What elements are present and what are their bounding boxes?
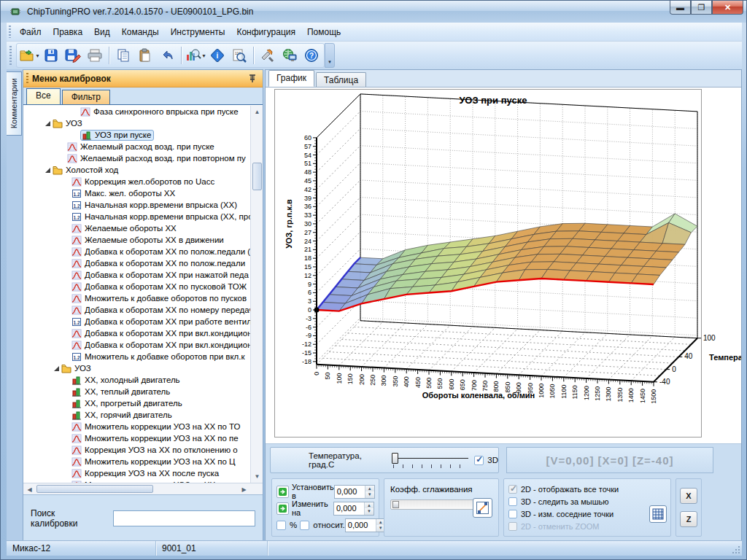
copy-button[interactable] [112, 45, 134, 66]
tree-item[interactable]: Добавка к оборотам ХХ при нажатой педа [23, 269, 263, 281]
apply-set-button[interactable] [276, 486, 289, 498]
tree-item[interactable]: 1.2Начальная корр.времени впрыска (ХХ, п… [23, 211, 263, 222]
tree-folder[interactable]: Холостой ход [23, 164, 263, 176]
x-axis-button[interactable]: X [680, 488, 697, 504]
spin-up[interactable]: ▲ [365, 502, 374, 509]
print-button[interactable] [84, 45, 106, 66]
vscroll-thumb[interactable] [252, 163, 262, 190]
z-axis-button[interactable]: Z [680, 511, 697, 527]
tree-item[interactable]: Добавка к оборотам ХХ по номеру передач [23, 304, 263, 316]
hscroll-thumb[interactable] [36, 485, 153, 493]
menu-grip[interactable] [9, 26, 11, 39]
tree-item[interactable]: Коррекция УОЗ на ХХ по отклонению о [23, 444, 263, 456]
tree-item[interactable]: Добавка к оборотам ХХ по полож.педали [23, 257, 263, 269]
pin-icon[interactable] [247, 73, 258, 85]
menu-файл[interactable]: Файл [14, 25, 47, 39]
apply-change-button[interactable] [276, 502, 289, 515]
restore-button[interactable]: ❐ [691, 1, 712, 15]
tab-grafik[interactable]: График [268, 70, 314, 87]
menu-помощь[interactable]: Помощь [301, 25, 347, 39]
tree-item[interactable]: Множитель коррекции УОЗ на ХХ по Ц [23, 456, 263, 467]
menu-правка[interactable]: Правка [47, 25, 89, 39]
tab-all[interactable]: Все [26, 88, 61, 104]
tree-item[interactable]: 1.2Добавка к оборотам ХХ при работе вент… [23, 316, 263, 327]
tree-item[interactable]: ХХ, теплый двигатель [23, 386, 263, 397]
find-value-button[interactable]: 110 [228, 45, 250, 66]
hscroll-left-arrow[interactable]: ◀ [23, 483, 36, 496]
smoothing-slider[interactable] [390, 499, 476, 510]
view-3d-checkbox[interactable] [474, 456, 484, 465]
vscroll-down-arrow[interactable]: ▼ [251, 470, 263, 483]
relative-spinner[interactable]: 0,000 ▲▼ [345, 518, 386, 532]
tree-item[interactable]: Желаемые обороты ХХ [23, 222, 263, 234]
tree-item[interactable]: УОЗ при пуске [23, 129, 263, 141]
calibration-panel-header[interactable]: Меню калибровок [23, 70, 263, 88]
tools-button[interactable] [257, 45, 279, 66]
tree-item[interactable]: Множитель к добавке оборотов по пусков [23, 292, 263, 304]
expander-icon[interactable] [54, 366, 59, 371]
close-button[interactable]: ✕ [712, 1, 743, 15]
tree-item[interactable]: Фаза синхронного впрыска при пуске [23, 106, 263, 117]
compare-maps-button[interactable]: ▾ [185, 45, 206, 66]
change-by-spinner[interactable]: 0,000 ▲▼ [333, 502, 374, 516]
tree-item[interactable]: Добавка к оборотам ХХ по полож.педали ( [23, 246, 263, 257]
tree-item[interactable]: Желаемый расход возд. при повторном пу [23, 152, 263, 164]
grid-button[interactable] [649, 505, 667, 523]
vscroll-up-arrow[interactable]: ▲ [251, 106, 263, 118]
expander-icon[interactable] [45, 168, 50, 173]
menu-конфигурация[interactable]: Конфигурация [231, 25, 301, 39]
temperature-slider[interactable] [392, 453, 468, 467]
online-button[interactable] [279, 45, 301, 66]
tab-tablica[interactable]: Таблица [316, 72, 366, 87]
save-as-button[interactable] [62, 45, 84, 66]
tree-item[interactable]: ХХ, горячий двигатель [23, 409, 263, 421]
save-file-button[interactable] [40, 45, 62, 66]
tree-item[interactable]: Множитель коррекции УОЗ на ХХ по ТО [23, 421, 263, 432]
calibration-tree[interactable]: Фаза синхронного впрыска при пускеУОЗУОЗ… [23, 105, 263, 483]
menu-вид[interactable]: Вид [88, 25, 116, 39]
spin-down[interactable]: ▼ [365, 491, 374, 498]
tree-item[interactable]: Коррекция жел.оборотов по Uacc [23, 176, 263, 187]
tree-item[interactable]: Желаемые обороты ХХ в движении [23, 234, 263, 246]
calibration-search-input[interactable] [113, 510, 255, 526]
option-checkbox-2[interactable] [508, 510, 517, 518]
minimize-button[interactable]: ▬ [670, 1, 691, 15]
tree-item[interactable]: 1.2Макс. жел. обороты ХХ [23, 187, 263, 199]
tree-item[interactable]: 1.2Множитель к добавке оборотов при вкл.… [23, 351, 263, 362]
smoothing-slider-handle[interactable] [392, 501, 399, 508]
selected-tree-item[interactable]: УОЗ при пуске [80, 130, 154, 141]
tab-filter[interactable]: Фильтр [62, 90, 110, 104]
surface-chart[interactable]: -18-15-12-9-6-30369121518212427303336394… [274, 89, 741, 442]
tree-item[interactable]: ХХ, холодный двигатель [23, 374, 263, 386]
percent-checkbox[interactable] [276, 521, 286, 530]
tree-vscrollbar[interactable]: ▲▼ [250, 106, 263, 483]
set-to-spinner[interactable]: 0,000 ▲▼ [334, 485, 375, 499]
info-button[interactable]: i [206, 45, 228, 66]
tree-item[interactable]: 1.2Начальная корр.времени впрыска (ХХ) [23, 199, 263, 211]
temperature-slider-handle[interactable] [392, 453, 398, 464]
comments-side-tab[interactable]: Комментарии [7, 71, 22, 136]
undo-button[interactable] [156, 45, 178, 66]
help-button[interactable]: ? [301, 45, 322, 66]
resize-grip[interactable] [732, 545, 740, 554]
title-bar[interactable]: ChipTuningPRO ver.7.2014.0.1570 - UE0900… [1, 1, 747, 23]
chart-area[interactable]: -18-15-12-9-6-30369121518212427303336394… [266, 88, 741, 443]
tree-folder[interactable]: УОЗ [23, 117, 263, 129]
menu-инструменты[interactable]: Инструменты [165, 25, 231, 39]
toolbar-grip[interactable] [9, 46, 12, 66]
tree-item[interactable]: ХХ, прогретый двигатель [23, 397, 263, 409]
paste-button[interactable] [134, 45, 156, 66]
tree-item[interactable]: Множитель коррекции УОЗ на ХХ по пе [23, 432, 263, 444]
spin-down[interactable]: ▼ [365, 508, 374, 515]
tree-item[interactable]: Добавка к оборотам ХХ при вкл.кондицион [23, 339, 263, 351]
open-file-button[interactable]: ▾ [18, 45, 40, 66]
tree-item[interactable]: Желаемый расход возд. при пуске [23, 141, 263, 152]
tree-item[interactable]: Добавка к оборотам ХХ по пусковой ТОЖ [23, 281, 263, 292]
relative-checkbox[interactable] [300, 521, 309, 530]
expander-icon[interactable] [45, 121, 50, 126]
tree-folder[interactable]: УОЗ [23, 362, 263, 374]
tree-hscrollbar[interactable]: ◀ ▶ [23, 483, 263, 494]
interpolate-button[interactable] [473, 498, 492, 518]
tree-item[interactable]: Коррекция УОЗ на ХХ после пуска [23, 467, 263, 479]
toolbar-overflow-button[interactable]: ▾ [325, 43, 335, 68]
